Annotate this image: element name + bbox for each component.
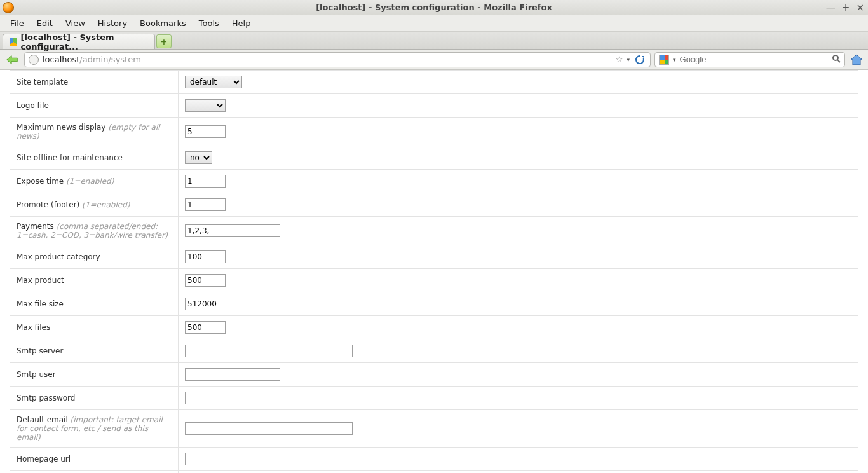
field-label: Max file size <box>10 292 179 316</box>
new-tab-button[interactable]: + <box>156 34 172 48</box>
input-max-files[interactable] <box>185 321 226 334</box>
field-cell <box>179 387 858 410</box>
menu-history[interactable]: History <box>93 17 132 30</box>
search-provider-dropdown-icon[interactable]: ▾ <box>673 57 676 63</box>
url-text: localhost/admin/system <box>43 55 141 64</box>
form-row: Payments (comma separated/ended: 1=cash,… <box>10 217 858 245</box>
form-row: Logo file <box>10 94 858 118</box>
back-arrow-icon <box>5 54 19 65</box>
field-cell <box>179 118 858 146</box>
home-icon <box>850 53 864 66</box>
field-label: Max files <box>10 316 179 339</box>
form-row: Smtp server <box>10 339 858 363</box>
form-row: Max files <box>10 316 858 339</box>
field-label: Expose time (1=enabled) <box>10 170 179 193</box>
input-maximum-news-display[interactable] <box>185 125 226 138</box>
maximize-icon[interactable]: + <box>842 2 850 13</box>
form-row: Maximum news display (empty for all news… <box>10 118 858 146</box>
svg-line-1 <box>837 60 840 62</box>
globe-icon <box>29 55 39 65</box>
input-promote-footer-[interactable] <box>185 198 226 211</box>
input-smtp-password[interactable] <box>185 392 280 404</box>
minimize-icon[interactable]: — <box>826 2 836 13</box>
form-row: Site offline for maintenanceno <box>10 146 858 170</box>
input-smtp-user[interactable] <box>185 368 280 381</box>
page-content: Site templatedefaultLogo fileMaximum new… <box>0 70 868 473</box>
url-bar[interactable]: localhost/admin/system ☆ ▾ <box>24 52 651 67</box>
tab-strip: [localhost] - System configurat... + <box>0 32 868 50</box>
select-logo-file[interactable] <box>185 99 226 112</box>
select-site-offline-for-maintenance[interactable]: no <box>185 151 212 164</box>
menu-bar: FileEditViewHistoryBookmarksToolsHelp <box>0 15 868 32</box>
form-row: Smtp password <box>10 387 858 410</box>
field-cell <box>179 292 858 316</box>
input-max-product-category[interactable] <box>185 250 226 263</box>
input-expose-time[interactable] <box>185 175 226 188</box>
config-form-table: Site templatedefaultLogo fileMaximum new… <box>10 70 858 473</box>
menu-bookmarks[interactable]: Bookmarks <box>135 17 191 30</box>
url-history-dropdown-icon[interactable]: ▾ <box>627 57 630 63</box>
form-row: Max file size <box>10 292 858 316</box>
field-label: Homepage url <box>10 448 179 471</box>
field-hint: (1=enabled) <box>82 200 130 209</box>
window-titlebar: [localhost] - System configuration - Moz… <box>0 0 868 15</box>
field-cell <box>179 245 858 269</box>
navigation-toolbar: localhost/admin/system ☆ ▾ ▾ <box>0 50 868 70</box>
form-row: Homepage url <box>10 448 858 471</box>
menu-edit[interactable]: Edit <box>32 17 58 30</box>
field-cell <box>179 217 858 245</box>
input-max-product[interactable] <box>185 274 226 287</box>
reload-button[interactable] <box>634 53 646 66</box>
form-row: Promote (footer) (1=enabled) <box>10 193 858 217</box>
search-submit-icon[interactable] <box>832 54 841 65</box>
field-label: Default email (important: target email f… <box>10 410 179 448</box>
field-label: Promote (footer) (1=enabled) <box>10 193 179 217</box>
field-label: Max product category <box>10 245 179 269</box>
search-input[interactable] <box>680 55 828 64</box>
field-cell <box>179 269 858 292</box>
menu-view[interactable]: View <box>60 17 90 30</box>
field-cell <box>179 363 858 387</box>
field-label: Smtp password <box>10 387 179 410</box>
field-cell <box>179 448 858 471</box>
field-hint: (1=enabled) <box>66 177 114 186</box>
google-provider-icon[interactable] <box>659 55 669 65</box>
close-icon[interactable]: × <box>856 2 864 13</box>
select-site-template[interactable]: default <box>185 76 242 88</box>
search-bar[interactable]: ▾ <box>654 52 845 67</box>
field-label: Font directory (server) <box>10 471 179 474</box>
form-row: Max product <box>10 269 858 292</box>
field-label: Site offline for maintenance <box>10 146 179 170</box>
reload-icon <box>635 55 645 65</box>
field-cell: default <box>179 71 858 94</box>
input-smtp-server[interactable] <box>185 345 353 357</box>
input-homepage-url[interactable] <box>185 453 280 465</box>
field-label: Max product <box>10 269 179 292</box>
field-label: Site template <box>10 71 179 94</box>
bookmark-star-icon[interactable]: ☆ <box>616 55 623 64</box>
field-cell: no <box>179 146 858 170</box>
field-label: Logo file <box>10 94 179 118</box>
menu-help[interactable]: Help <box>227 17 256 30</box>
page-favicon-icon <box>10 38 17 46</box>
input-payments[interactable] <box>185 224 280 237</box>
field-cell <box>179 316 858 339</box>
back-button[interactable] <box>4 53 20 67</box>
browser-tab[interactable]: [localhost] - System configurat... <box>3 34 155 49</box>
field-cell <box>179 193 858 217</box>
form-row: Expose time (1=enabled) <box>10 170 858 193</box>
home-button[interactable] <box>849 53 864 67</box>
field-label: Maximum news display (empty for all news… <box>10 118 179 146</box>
form-row: Font directory (server) <box>10 471 858 474</box>
input-default-email[interactable] <box>185 422 353 435</box>
menu-tools[interactable]: Tools <box>194 17 224 30</box>
form-row: Default email (important: target email f… <box>10 410 858 448</box>
field-label: Smtp server <box>10 339 179 363</box>
field-cell <box>179 471 858 474</box>
field-cell <box>179 94 858 118</box>
field-cell <box>179 170 858 193</box>
tab-title: [localhost] - System configurat... <box>21 32 148 51</box>
menu-file[interactable]: File <box>5 17 29 30</box>
input-max-file-size[interactable] <box>185 298 280 310</box>
firefox-icon <box>3 2 14 13</box>
